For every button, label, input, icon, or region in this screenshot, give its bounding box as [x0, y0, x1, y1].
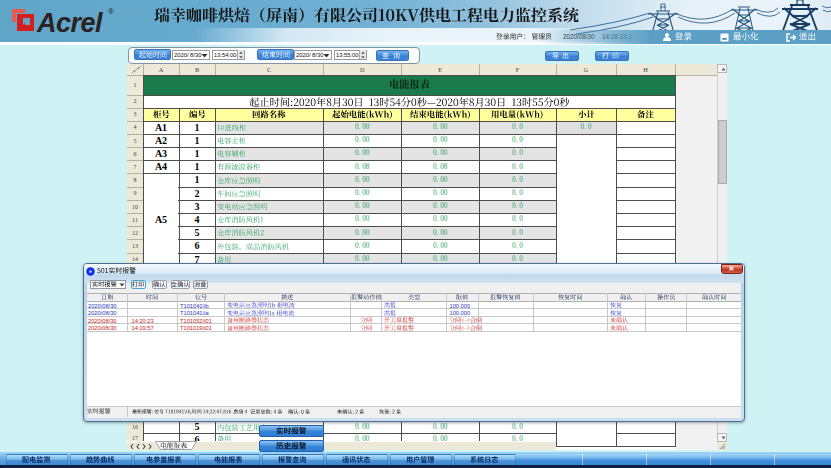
- svg-text:Acrel: Acrel: [36, 8, 103, 38]
- svg-text:®: ®: [108, 7, 114, 16]
